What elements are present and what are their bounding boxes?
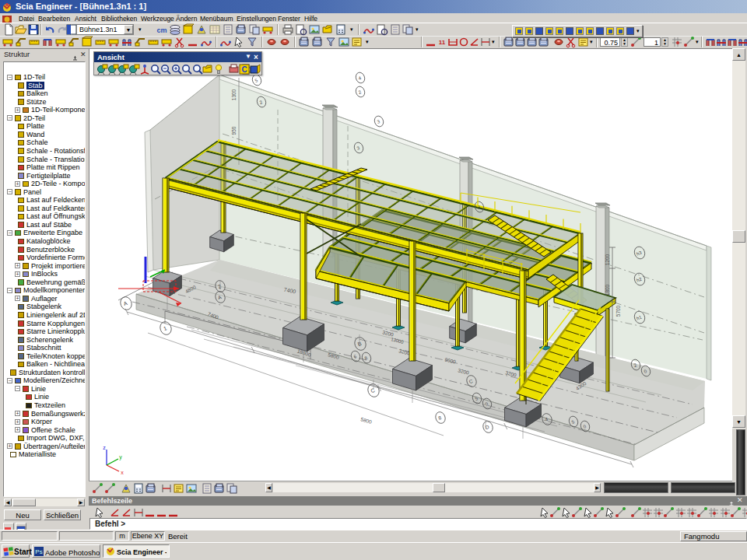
svg-text:y: y (119, 454, 122, 460)
svg-text:11: 11 (439, 39, 446, 46)
svg-text:cm: cm (156, 26, 167, 34)
svg-text:1: 1 (163, 325, 167, 331)
svg-text:4: 4 (358, 75, 363, 81)
svg-text:1200: 1200 (605, 254, 610, 265)
svg-text:C: C (241, 65, 247, 74)
svg-text:1800: 1800 (605, 284, 610, 296)
svg-text:5800: 5800 (360, 416, 373, 425)
svg-text:2: 2 (358, 89, 363, 95)
svg-text:8: 8 (437, 415, 442, 421)
svg-text:1300: 1300 (231, 89, 237, 100)
svg-text:Ps: Ps (35, 548, 42, 555)
svg-text:5: 5 (254, 78, 259, 83)
svg-text:3: 3 (377, 119, 381, 124)
svg-text:C: C (370, 387, 376, 394)
svg-text:A: A (123, 300, 128, 306)
svg-text:5700: 5700 (615, 305, 621, 317)
svg-text:950: 950 (231, 126, 237, 135)
svg-text:x: x (121, 470, 124, 475)
svg-text:z: z (103, 445, 106, 450)
